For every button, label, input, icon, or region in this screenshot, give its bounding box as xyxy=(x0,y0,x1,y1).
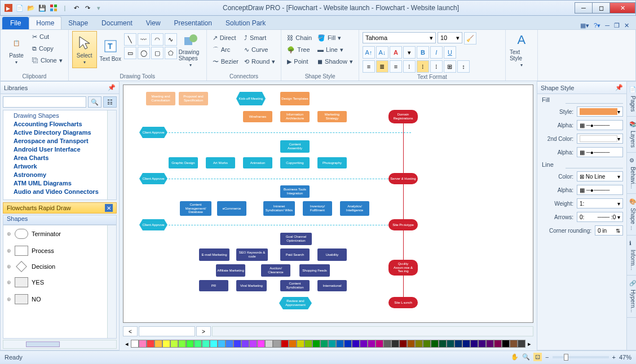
palette-swatch[interactable] xyxy=(376,340,383,348)
font-select[interactable]: Tahoma▾ xyxy=(363,32,436,43)
palette-swatch[interactable] xyxy=(218,340,226,348)
library-list[interactable]: Drawing Shapes Accounting Flowcharts Act… xyxy=(3,110,117,200)
mdi-restore-icon[interactable]: ❐ xyxy=(614,22,620,29)
curve-button[interactable]: ∿ Curve xyxy=(242,44,277,55)
flow-node[interactable]: Content Management/ Database xyxy=(180,201,211,216)
round-button[interactable]: ⟲ Round ▾ xyxy=(242,56,277,67)
decfont-icon[interactable]: A↓ xyxy=(376,46,388,59)
palette-swatch[interactable] xyxy=(454,340,462,348)
palette-swatch[interactable] xyxy=(383,340,391,348)
list-item[interactable]: ATM UML Diagrams xyxy=(14,179,116,188)
list-item[interactable]: Astronomy xyxy=(14,171,116,179)
paste-button[interactable]: 📋Paste▾ xyxy=(4,31,29,68)
palette-prev-icon[interactable]: ◂ xyxy=(123,340,131,348)
alignbot-icon[interactable]: ⫶ xyxy=(430,60,443,73)
alignleft-icon[interactable]: ≡ xyxy=(363,60,375,73)
scrollbar[interactable] xyxy=(107,110,116,199)
sidetab-shape[interactable]: 🎨Shape ... xyxy=(627,194,636,236)
palette-swatch[interactable] xyxy=(194,340,202,348)
flow-node[interactable]: PR xyxy=(199,280,228,291)
flow-node[interactable]: Information Architecture xyxy=(280,111,310,122)
palette-swatch[interactable] xyxy=(352,340,360,348)
flow-node[interactable]: Auction/ Clearance xyxy=(261,264,290,277)
palette-swatch[interactable] xyxy=(281,340,289,348)
palette-swatch[interactable] xyxy=(470,340,478,348)
palette-swatch[interactable] xyxy=(510,340,518,348)
redo-icon[interactable]: ↷ xyxy=(83,3,92,12)
search-icon[interactable]: 🔍 xyxy=(88,96,101,108)
flow-node[interactable]: Kick-off Meeting xyxy=(236,92,266,105)
zoomin-icon[interactable]: + xyxy=(612,354,616,361)
list-item[interactable]: Audio and Video Connectors xyxy=(14,188,116,196)
rrect-tool-icon[interactable]: ▢ xyxy=(151,47,164,59)
flow-node[interactable]: International xyxy=(317,280,347,291)
flow-node[interactable]: Design Templates xyxy=(280,92,310,105)
palette-swatch[interactable] xyxy=(439,340,447,348)
drawingshapes-button[interactable]: Drawing Shapes▾ xyxy=(178,31,203,68)
flow-node[interactable]: Business Tools Integration xyxy=(280,185,310,198)
flow-node[interactable]: Client Approve xyxy=(139,173,167,184)
zoomout-icon[interactable]: − xyxy=(545,354,549,361)
smart-button[interactable]: ⤴ Smart xyxy=(242,32,277,43)
palette-swatch[interactable] xyxy=(226,340,233,348)
open-icon[interactable]: 📂 xyxy=(26,3,36,12)
flow-node[interactable]: E-mail Marketing xyxy=(199,248,229,261)
arrows-select[interactable]: 0:─── :0 ▾ xyxy=(577,212,623,222)
palette-swatch[interactable] xyxy=(431,340,439,348)
grid-icon[interactable] xyxy=(49,3,58,12)
textmargin-icon[interactable]: ⊞ xyxy=(444,60,456,73)
list-item[interactable]: Aerospace and Transport xyxy=(14,137,116,145)
flow-node[interactable]: Shopping Feeds xyxy=(299,264,330,277)
incfont-icon[interactable]: A↑ xyxy=(363,46,375,59)
tab-home[interactable]: Home xyxy=(29,16,61,29)
hscrollbar[interactable] xyxy=(212,326,533,336)
clone-button[interactable]: ⿻ Clone ▾ xyxy=(30,55,65,66)
palette-swatch[interactable] xyxy=(178,340,186,348)
pan-icon[interactable]: ✋ xyxy=(511,353,519,361)
spline-tool-icon[interactable]: 〰 xyxy=(138,33,150,46)
flow-node[interactable]: Goal Channel Optimization xyxy=(280,233,312,245)
palette-swatch[interactable] xyxy=(139,340,147,348)
flow-node[interactable]: eCommerce xyxy=(217,201,246,216)
shape-decision[interactable]: ⊕Decision xyxy=(3,259,116,274)
palette-swatch[interactable] xyxy=(257,340,265,348)
flow-node[interactable]: Graphic Design xyxy=(169,157,198,168)
italic-icon[interactable]: I xyxy=(430,46,443,59)
fontcolor-icon[interactable]: A xyxy=(390,46,402,59)
list-item[interactable]: Active Directory Diagrams xyxy=(14,128,116,137)
palette-swatch[interactable] xyxy=(265,340,273,348)
palette-swatch[interactable] xyxy=(320,340,328,348)
palette-swatch[interactable] xyxy=(415,340,423,348)
cut-button[interactable]: ✂ Cut xyxy=(30,31,65,42)
flow-node[interactable]: Wireframes xyxy=(243,111,272,122)
direct-button[interactable]: ↗ Direct xyxy=(210,32,241,43)
zoom-value[interactable]: 47% xyxy=(619,354,631,361)
fontsize-select[interactable]: 10▾ xyxy=(438,32,462,43)
sheet-tab[interactable] xyxy=(139,326,195,336)
palette-swatch[interactable] xyxy=(210,340,218,348)
flow-node[interactable]: Client Approve xyxy=(139,127,167,138)
palette-swatch[interactable] xyxy=(162,340,170,348)
line-button[interactable]: ▬ Line ▾ xyxy=(315,44,355,55)
palette-swatch[interactable] xyxy=(202,340,210,348)
palette-swatch[interactable] xyxy=(478,340,486,348)
flow-node[interactable]: Proposal and Specification xyxy=(179,92,208,105)
flow-node[interactable]: Meeting and Consultation xyxy=(146,92,175,105)
list-item[interactable]: Area Charts xyxy=(14,154,116,162)
palette-swatch[interactable] xyxy=(170,340,178,348)
palette-swatch[interactable] xyxy=(494,340,502,348)
palette-swatch[interactable] xyxy=(423,340,431,348)
palette-swatch[interactable] xyxy=(249,340,257,348)
fill-style-select[interactable]: ▾ xyxy=(577,106,623,117)
line-weight-select[interactable]: 1:▾ xyxy=(577,198,623,208)
flow-node[interactable]: SEO Keywords & code xyxy=(236,248,268,261)
tab-shape[interactable]: Shape xyxy=(61,17,95,29)
library-search-input[interactable] xyxy=(3,96,86,108)
arc-tool-icon[interactable]: ◠ xyxy=(151,33,164,46)
palette-swatch[interactable] xyxy=(131,340,139,348)
flow-node[interactable]: Animation xyxy=(243,157,272,168)
maximize-button[interactable]: ◻ xyxy=(592,2,610,14)
palette-swatch[interactable] xyxy=(502,340,510,348)
corner-input[interactable]: 0 in⇅ xyxy=(595,225,623,236)
select-button[interactable]: Select▾ xyxy=(72,31,97,68)
